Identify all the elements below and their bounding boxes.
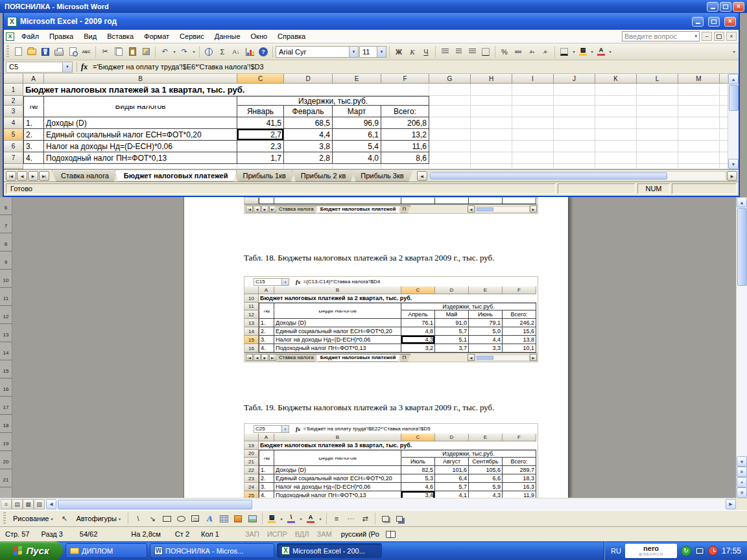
hscroll-left-button[interactable]: ◀: [417, 171, 427, 181]
increase-decimal-icon[interactable]: ,0+: [525, 45, 538, 58]
print-layout-view-button[interactable]: ▦: [23, 499, 34, 509]
taskbar-item-excel[interactable]: X Microsoft Excel - 200...: [277, 543, 382, 558]
word-restore-button[interactable]: [720, 2, 731, 12]
toolbar-grip[interactable]: [6, 45, 9, 58]
spelling-icon[interactable]: ABC: [80, 45, 93, 58]
dash-style-icon[interactable]: - - -: [344, 512, 357, 525]
insert-picture-icon[interactable]: [246, 512, 259, 525]
font-color-icon[interactable]: А: [305, 512, 316, 525]
web-layout-view-button[interactable]: ▤: [12, 499, 23, 509]
embedded-table-17-partial[interactable]: |◀ ◀ ▶ ▶| Ставка налога Бюджет налоговых…: [244, 197, 538, 214]
language-indicator[interactable]: RU: [611, 547, 621, 555]
previous-page-button[interactable]: «: [737, 467, 747, 477]
scroll-left-icon[interactable]: ◀: [46, 499, 56, 509]
outline-view-button[interactable]: ▧: [34, 499, 45, 509]
clipart-icon[interactable]: [231, 512, 244, 525]
borders-dropdown-icon[interactable]: ▾: [571, 45, 576, 58]
line-color-dropdown-icon[interactable]: ▾: [298, 512, 303, 525]
hscroll-thumb[interactable]: [430, 172, 667, 180]
line-color-icon[interactable]: \: [285, 512, 297, 525]
autoshapes-menu-button[interactable]: Автофигуры▾: [72, 512, 124, 525]
select-objects-icon[interactable]: ↖: [58, 512, 71, 525]
scroll-down-icon[interactable]: ▼: [737, 456, 747, 467]
undo-icon[interactable]: ↶: [158, 45, 171, 58]
display-tray-icon[interactable]: [695, 547, 704, 555]
help-icon[interactable]: ?: [257, 45, 270, 58]
hscroll-right-button[interactable]: ▶: [727, 171, 737, 181]
cost-header-cell[interactable]: Издержки, тыс.руб.: [237, 96, 429, 106]
selected-column-header[interactable]: C: [237, 74, 284, 84]
draw-menu-button[interactable]: Рисование▾: [9, 512, 56, 525]
scroll-up-icon[interactable]: ▲: [728, 74, 739, 84]
update-tray-icon[interactable]: ↻: [681, 546, 691, 556]
spelling-status-icon[interactable]: [386, 531, 396, 538]
align-right-icon[interactable]: [466, 45, 479, 58]
hscroll-track[interactable]: [429, 171, 726, 181]
rectangle-icon[interactable]: [160, 512, 173, 525]
font-color-dropdown-icon[interactable]: ▾: [318, 512, 323, 525]
undo-dropdown-icon[interactable]: ▾: [172, 45, 177, 58]
name-box[interactable]: C5: [6, 62, 63, 73]
font-color-dropdown-icon[interactable]: ▾: [608, 45, 613, 58]
status-language[interactable]: русский (Ро: [341, 530, 379, 538]
embedded-table-18[interactable]: C15 ▾ fx =(C13-C14)*'Ставка налога'!$D4 …: [244, 276, 538, 362]
copy-icon[interactable]: [112, 45, 125, 58]
redo-dropdown-icon[interactable]: ▾: [191, 45, 196, 58]
new-icon[interactable]: [12, 45, 25, 58]
oval-icon[interactable]: [174, 512, 187, 525]
textbox-icon[interactable]: [189, 512, 202, 525]
italic-button[interactable]: К: [406, 45, 419, 58]
bold-button[interactable]: Ж: [392, 45, 405, 58]
status-ext[interactable]: ВДЛ: [295, 530, 309, 538]
scroll-down-icon[interactable]: ▼: [728, 159, 739, 169]
nero-search-box[interactable]: nero @SEARCH: [625, 544, 677, 558]
print-icon[interactable]: [53, 45, 65, 58]
select-all-corner[interactable]: [4, 74, 23, 84]
last-sheet-button[interactable]: ▶|: [39, 171, 49, 181]
excel-grid[interactable]: A B C D E F G H I J K L M 1 Бюд: [4, 74, 739, 169]
clock-tray-icon[interactable]: [708, 546, 718, 555]
excel-titlebar[interactable]: X Microsoft Excel - 2009 год ×: [4, 13, 739, 30]
diagram-icon[interactable]: [217, 512, 230, 525]
scroll-thumb[interactable]: [729, 85, 739, 111]
menu-tools[interactable]: Сервис: [174, 30, 209, 43]
selected-cell[interactable]: 2,7: [237, 129, 284, 141]
toolbar-grip[interactable]: [3, 512, 6, 525]
menu-edit[interactable]: Правка: [44, 30, 78, 43]
decrease-decimal-icon[interactable]: ,0-: [539, 45, 552, 58]
borders-icon[interactable]: [558, 45, 571, 58]
word-vertical-scrollbar[interactable]: ▲ ▼ « ● «: [736, 197, 747, 498]
workbook-close-button[interactable]: ×: [726, 32, 737, 41]
align-center-icon[interactable]: [452, 45, 465, 58]
status-rec[interactable]: ЗАП: [245, 530, 259, 538]
sheet-tab-budget-nalogov[interactable]: Бюджет налоговых платежей: [115, 170, 237, 181]
fill-color-icon[interactable]: ▨: [266, 512, 278, 525]
word-minimize-button[interactable]: [707, 2, 718, 12]
arrow-style-icon[interactable]: ⇄: [359, 512, 372, 525]
percent-style-icon[interactable]: %: [498, 45, 511, 58]
menu-help[interactable]: Справка: [272, 30, 311, 43]
sheet-title-cell[interactable]: Бюджет налоговых платежей за 1 квартал, …: [23, 84, 429, 96]
cut-icon[interactable]: ✂: [99, 45, 112, 58]
wordart-icon[interactable]: А: [203, 512, 216, 525]
fill-color-dropdown-icon[interactable]: ▾: [279, 512, 284, 525]
menu-format[interactable]: Формат: [139, 30, 174, 43]
fill-color-dropdown-icon[interactable]: ▾: [589, 45, 595, 58]
excel-vertical-scrollbar[interactable]: ▲ ▼: [728, 74, 739, 169]
menu-data[interactable]: Данные: [209, 30, 246, 43]
scroll-thumb[interactable]: [58, 500, 252, 509]
sheet-tab-pribyl-1kv[interactable]: Прибыль 1кв: [233, 170, 294, 181]
font-size-combo[interactable]: 11▾: [359, 46, 386, 58]
open-icon[interactable]: [25, 45, 38, 58]
normal-view-button[interactable]: ≡: [1, 499, 12, 509]
font-color-icon[interactable]: А: [595, 45, 607, 58]
insert-function-icon[interactable]: fx: [81, 62, 88, 72]
status-trk[interactable]: ИСПР: [267, 530, 287, 538]
chart-wizard-icon[interactable]: [243, 45, 256, 58]
start-button[interactable]: Пуск: [0, 541, 63, 560]
excel-minimize-button[interactable]: [692, 17, 704, 27]
name-box-dropdown-icon[interactable]: ▾: [63, 62, 73, 73]
print-preview-icon[interactable]: [66, 45, 79, 58]
scroll-up-icon[interactable]: ▲: [737, 197, 747, 207]
document-page[interactable]: |◀ ◀ ▶ ▶| Ставка налога Бюджет налоговых…: [184, 197, 569, 498]
